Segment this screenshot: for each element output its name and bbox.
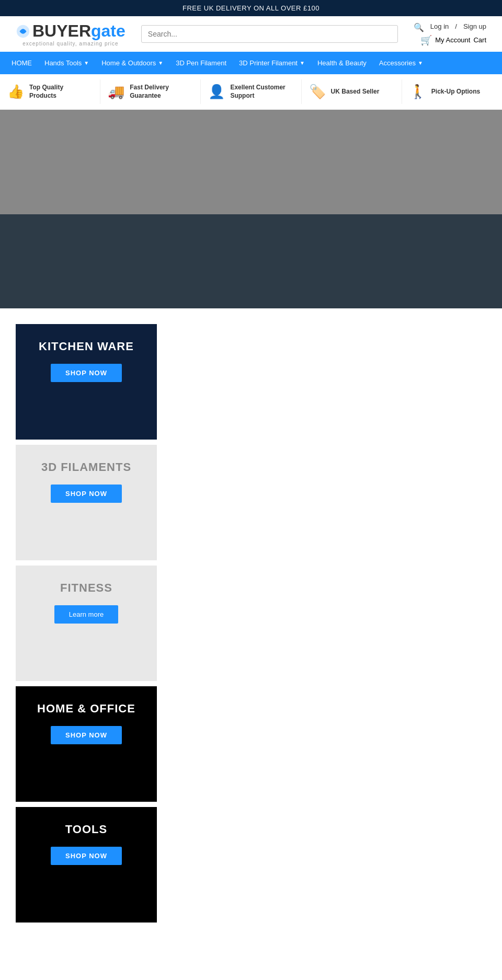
search-icon[interactable]: 🔍	[414, 22, 424, 32]
top-banner: FREE UK DELIVERY ON ALL OVER £100	[0, 0, 502, 16]
nav-accessories[interactable]: Accessories ▼	[373, 52, 429, 74]
main-nav: HOME Hands Tools ▼ Home & Outdoors ▼ 3D …	[0, 52, 502, 74]
nav-home-outdoors[interactable]: Home & Outdoors ▼	[95, 52, 169, 74]
search-input[interactable]	[141, 25, 398, 43]
chevron-down-icon: ▼	[158, 60, 163, 66]
header: BUYERgate exceptional quality, amazing p…	[0, 16, 502, 52]
category-fitness: FITNESS Learn more	[16, 566, 157, 681]
3d-filaments-image	[26, 508, 146, 550]
search-container	[141, 25, 398, 43]
3d-filaments-title: 3D FILAMENTS	[41, 460, 131, 474]
hero-banner	[0, 110, 502, 214]
feature-delivery: 🚚 Fast DeliveryGuarantee	[100, 79, 201, 104]
kitchen-ware-shop-now-button[interactable]: SHOP NOW	[51, 364, 122, 382]
delivery-icon: 🚚	[108, 84, 124, 100]
home-office-title: HOME & OFFICE	[37, 702, 135, 716]
nav-3d-pen[interactable]: 3D Pen Filament	[169, 52, 233, 74]
home-office-image	[26, 750, 146, 791]
feature-delivery-text: Fast DeliveryGuarantee	[130, 84, 169, 100]
features-bar: 👍 Top QualityProducts 🚚 Fast DeliveryGua…	[0, 74, 502, 110]
cart-area[interactable]: 🛒 My Account Cart	[420, 34, 486, 46]
logo-icon	[16, 24, 30, 39]
logo-buyer: BUYER	[32, 21, 91, 41]
category-3d-filaments: 3D FILAMENTS SHOP NOW	[16, 445, 157, 560]
header-actions: 🔍 Log in / Sign up 🛒 My Account Cart	[414, 22, 486, 46]
category-kitchen-ware: KITCHEN WARE SHOP NOW	[16, 324, 157, 440]
feature-pickup: 🚶 Pick-Up Options	[402, 79, 502, 104]
chevron-down-icon: ▼	[84, 60, 89, 66]
feature-uk-seller: 🏷️ UK Based Seller	[302, 79, 402, 104]
nav-health-beauty[interactable]: Health & Beauty	[311, 52, 373, 74]
logo-gate: gate	[91, 21, 126, 41]
cart-label: Cart	[473, 36, 486, 44]
feature-support-text: Exellent CustomerSupport	[230, 84, 285, 100]
kitchen-ware-image	[26, 387, 146, 429]
thumbs-up-icon: 👍	[7, 84, 24, 100]
3d-filaments-shop-now-button[interactable]: SHOP NOW	[51, 485, 122, 503]
top-banner-text: FREE UK DELIVERY ON ALL OVER £100	[182, 4, 320, 12]
chevron-down-icon: ▼	[300, 60, 305, 66]
pickup-icon: 🚶	[409, 84, 426, 100]
nav-3d-printer[interactable]: 3D Printer Filament ▼	[233, 52, 311, 74]
feature-support: 👤 Exellent CustomerSupport	[201, 79, 301, 104]
kitchen-ware-title: KITCHEN WARE	[39, 340, 134, 353]
category-home-office: HOME & OFFICE SHOP NOW	[16, 686, 157, 802]
tools-image	[26, 870, 146, 912]
feature-quality: 👍 Top QualityProducts	[0, 79, 100, 104]
category-grid: KITCHEN WARE SHOP NOW 3D FILAMENTS SHOP …	[0, 324, 502, 928]
account-label: My Account	[435, 36, 470, 44]
dark-promo-section	[0, 214, 502, 308]
support-icon: 👤	[208, 84, 225, 100]
category-tools: TOOLS SHOP NOW	[16, 807, 157, 923]
fitness-image	[26, 629, 146, 671]
logo-tagline: exceptional quality, amazing price	[22, 41, 118, 47]
feature-pickup-text: Pick-Up Options	[431, 88, 480, 96]
logo-wordmark: BUYERgate	[16, 21, 126, 41]
cart-icon: 🛒	[420, 34, 432, 46]
home-office-shop-now-button[interactable]: SHOP NOW	[51, 726, 122, 744]
fitness-title: FITNESS	[60, 581, 112, 595]
fitness-learn-more-button[interactable]: Learn more	[54, 605, 118, 624]
chevron-down-icon: ▼	[418, 60, 423, 66]
nav-hands-tools[interactable]: Hands Tools ▼	[38, 52, 95, 74]
tools-title: TOOLS	[65, 823, 107, 836]
feature-quality-text: Top QualityProducts	[29, 84, 63, 100]
nav-home[interactable]: HOME	[5, 52, 38, 74]
feature-uk-text: UK Based Seller	[331, 88, 380, 96]
login-link[interactable]: Log in	[430, 22, 449, 32]
auth-links: 🔍 Log in / Sign up	[414, 22, 486, 32]
logo: BUYERgate exceptional quality, amazing p…	[16, 21, 126, 47]
tools-shop-now-button[interactable]: SHOP NOW	[51, 847, 122, 865]
signup-link[interactable]: Sign up	[463, 22, 486, 32]
uk-flag-icon: 🏷️	[309, 84, 326, 100]
